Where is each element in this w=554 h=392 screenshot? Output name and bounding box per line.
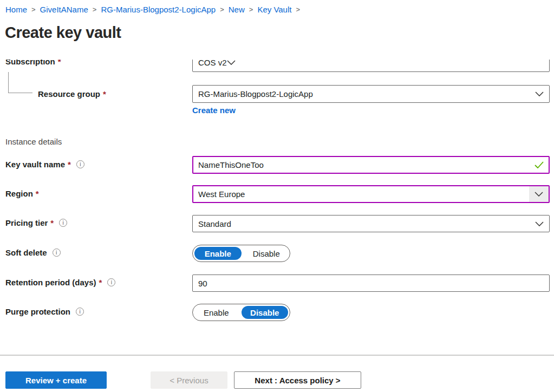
purge-protection-toggle: Enable Disable: [192, 304, 290, 321]
required-asterisk: *: [103, 89, 106, 99]
soft-delete-enable-option[interactable]: Enable: [194, 247, 242, 260]
chevron-right-icon: >: [220, 5, 224, 14]
region-value: West Europe: [198, 190, 529, 199]
chevron-right-icon: >: [296, 5, 300, 14]
region-label: Region*: [5, 189, 39, 198]
pricing-tier-label: Pricing tier* i: [5, 218, 67, 227]
pricing-tier-value: Standard: [198, 219, 535, 228]
chevron-right-icon: >: [31, 5, 36, 14]
breadcrumb-item-resource-group[interactable]: RG-Marius-Blogpost2-LogicApp: [101, 5, 216, 14]
info-icon[interactable]: i: [107, 278, 115, 286]
create-new-link[interactable]: Create new: [192, 106, 236, 115]
purge-protection-enable-option[interactable]: Enable: [193, 304, 240, 321]
valid-check-icon: [535, 161, 544, 168]
resource-group-value: RG-Marius-Blogpost2-LogicApp: [198, 89, 535, 99]
required-asterisk: *: [99, 278, 102, 287]
retention-period-value: 90: [198, 279, 544, 288]
section-heading-instance-details: Instance details: [5, 137, 62, 146]
breadcrumb-item-giveitaname[interactable]: GiveItAName: [40, 5, 88, 14]
resource-group-select[interactable]: RG-Marius-Blogpost2-LogicApp: [192, 85, 550, 103]
info-icon[interactable]: i: [59, 219, 67, 227]
subscription-select[interactable]: COS v2: [192, 60, 550, 72]
info-icon[interactable]: i: [76, 160, 84, 168]
purge-protection-label: Purge protection i: [5, 307, 84, 316]
previous-button[interactable]: < Previous: [151, 371, 227, 389]
pricing-tier-select[interactable]: Standard: [192, 215, 550, 232]
key-vault-name-label: Key vault name* i: [5, 160, 84, 169]
chevron-down-icon[interactable]: [529, 186, 549, 202]
required-asterisk: *: [36, 189, 39, 198]
next-access-policy-button[interactable]: Next : Access policy >: [234, 371, 361, 389]
chevron-down-icon: [535, 92, 544, 96]
required-asterisk: *: [50, 218, 54, 227]
retention-period-input[interactable]: 90: [192, 275, 550, 292]
retention-period-label: Retention period (days)* i: [5, 278, 115, 287]
chevron-down-icon: [227, 60, 236, 65]
purge-protection-disable-option[interactable]: Disable: [242, 306, 289, 319]
info-icon[interactable]: i: [53, 249, 61, 257]
required-asterisk: *: [68, 160, 71, 169]
soft-delete-toggle: Enable Disable: [192, 245, 290, 262]
required-asterisk: *: [58, 60, 61, 66]
chevron-right-icon: >: [93, 5, 97, 14]
subscription-label: Subscription*: [5, 60, 168, 66]
breadcrumb-item-home[interactable]: Home: [5, 5, 27, 14]
info-icon[interactable]: i: [76, 308, 84, 316]
breadcrumb-item-new[interactable]: New: [229, 5, 245, 14]
key-vault-name-input[interactable]: NameThisOneToo: [192, 156, 550, 174]
breadcrumb: Home > GiveItAName > RG-Marius-Blogpost2…: [5, 5, 300, 14]
page-title: Create key vault: [5, 24, 121, 42]
subscription-select-clip: COS v2: [192, 60, 550, 72]
subscription-value: COS v2: [198, 60, 227, 67]
resource-group-label: Resource group*: [38, 89, 106, 99]
breadcrumb-item-key-vault[interactable]: Key Vault: [257, 5, 291, 14]
subscription-label-clip: Subscription*: [5, 60, 168, 69]
soft-delete-label: Soft delete i: [5, 248, 61, 257]
chevron-down-icon: [535, 221, 544, 226]
footer-divider: [0, 355, 554, 356]
hierarchy-connector-line: [8, 72, 32, 93]
chevron-right-icon: >: [249, 5, 253, 14]
region-select[interactable]: West Europe: [192, 185, 550, 203]
review-create-button[interactable]: Review + create: [5, 371, 107, 389]
key-vault-name-value: NameThisOneToo: [198, 160, 535, 169]
soft-delete-disable-option[interactable]: Disable: [243, 245, 290, 262]
